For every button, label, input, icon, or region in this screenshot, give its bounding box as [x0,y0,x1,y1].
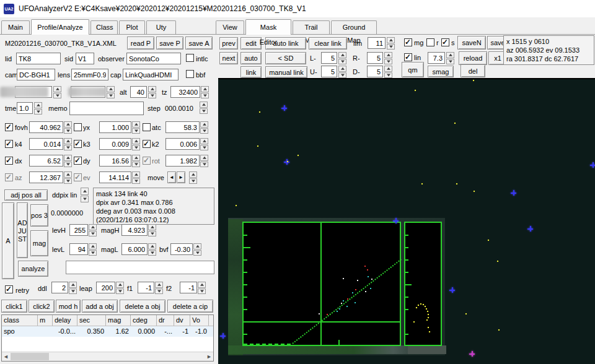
fovh-input[interactable] [29,121,63,133]
save-a-button[interactable]: save A [185,37,213,50]
sid-input[interactable] [76,53,94,64]
lim-input[interactable] [368,37,386,49]
atc-spinner[interactable] [200,121,208,134]
tab-class[interactable]: Class [90,20,118,34]
next-button[interactable]: next [219,52,238,64]
mod-h-button[interactable]: mod h [56,300,81,313]
bvf-input[interactable] [170,243,193,255]
retry-checkbox[interactable] [5,285,13,293]
magh-input[interactable] [121,224,148,236]
delete-a-cip-button[interactable]: delete a cip [167,300,213,313]
dy-input[interactable] [99,155,131,167]
clear-link-button[interactable]: clear link [309,37,347,50]
u-minus-spinner[interactable] [338,66,346,78]
fovh-checkbox[interactable] [5,123,13,131]
delete-a-obj-button[interactable]: delete a obj [120,300,165,313]
prev-button[interactable]: prev [219,37,238,50]
column-header-cdeg[interactable]: cdeg [131,315,157,326]
tab-main[interactable]: Main [1,20,30,34]
move-spinner[interactable] [189,171,197,184]
r-checkbox[interactable] [426,38,434,46]
bvf-spinner[interactable] [193,243,201,256]
dx-checkbox[interactable] [5,157,13,165]
column-header-Vo[interactable]: Vo [190,315,209,326]
f1-input[interactable] [138,282,154,293]
levl-input[interactable] [69,243,88,255]
yx-spinner[interactable] [132,121,140,134]
column-header-m[interactable]: m [38,315,53,326]
dx-spinner[interactable] [64,155,72,167]
ddl-input[interactable] [51,282,68,293]
k2-spinner[interactable] [200,138,208,150]
yx-input[interactable] [99,121,131,133]
auto-button[interactable]: auto [240,52,262,64]
tab-trail-map[interactable]: Trail Map [293,20,330,34]
smag-value-spinner[interactable] [446,52,454,64]
k3-spinner[interactable] [132,138,140,150]
scrollbar-thumb[interactable] [11,353,49,360]
ev-checkbox[interactable] [74,173,82,181]
leap-input[interactable] [96,282,115,293]
cap-input[interactable] [123,69,178,80]
mag-adjust-button[interactable]: mag [30,230,48,256]
r-minus-input[interactable] [367,52,383,64]
horizontal-scrollbar[interactable]: ◄ ► [2,352,213,361]
column-header-dr[interactable]: dr [157,315,174,326]
scroll-right-icon[interactable]: ► [206,353,213,360]
redacted-spinner-2[interactable] [107,86,115,98]
f2-input[interactable] [180,282,197,293]
levh-input[interactable] [69,224,88,236]
magl-spinner[interactable] [148,243,156,256]
tme-spinner[interactable] [34,102,42,115]
tab-profile-analyze[interactable]: Profile/Analyze [31,19,89,35]
ev-input[interactable] [99,171,131,183]
d-minus-spinner[interactable] [384,66,392,78]
yx-checkbox[interactable] [74,123,82,131]
lens-input[interactable] [71,69,108,80]
pos3-button[interactable]: pos 3 [30,204,48,227]
column-header-dv[interactable]: dv [174,315,190,326]
step-spinner[interactable] [200,102,208,114]
click1-button[interactable]: click1 [1,300,27,313]
f1-spinner[interactable] [155,282,163,294]
atc-checkbox[interactable] [143,123,151,131]
rot-checkbox[interactable] [143,157,151,165]
az-input[interactable] [29,171,63,183]
lim-spinner[interactable] [387,37,395,50]
tme-input[interactable] [17,102,33,114]
tz-spinner[interactable] [201,86,209,98]
ddl-spinner[interactable] [69,282,77,294]
redacted-spinner-1[interactable] [53,86,61,98]
observer-input[interactable] [126,53,181,64]
del-button[interactable]: del [461,64,485,77]
tab-ground-map[interactable]: Ground Map [331,20,377,34]
read-p-button[interactable]: read P [127,37,154,50]
link-button[interactable]: link [240,66,262,78]
az-spinner[interactable] [64,171,72,184]
scroll-left-icon[interactable]: ◄ [2,353,9,360]
column-header-delay[interactable]: delay [53,315,77,326]
l-minus-spinner[interactable] [338,52,346,64]
cam-input[interactable] [17,69,55,80]
magl-input[interactable] [121,243,148,255]
k3-checkbox[interactable] [74,140,82,148]
fovh-spinner[interactable] [64,121,72,134]
qm-button[interactable]: qm [402,62,424,77]
u-minus-input[interactable] [321,66,337,77]
r-minus-spinner[interactable] [384,52,392,64]
k4-input[interactable] [29,138,63,150]
saven-button[interactable]: saveN [457,36,486,50]
atc-input[interactable] [165,121,200,133]
s-checkbox[interactable] [441,38,449,46]
leap-spinner[interactable] [116,282,124,294]
table-row[interactable]: spo-0.0...0.3501.620.000-...-1-1.0 [2,326,213,337]
az-checkbox[interactable] [5,173,13,181]
manual-link-button[interactable]: manual link [265,66,307,78]
memo-input[interactable] [69,102,144,115]
d-minus-input[interactable] [367,66,383,77]
move-right-button[interactable]: ► [177,171,185,183]
add-a-obj-button[interactable]: add a obj [82,300,118,313]
alt-spinner[interactable] [148,86,156,98]
adj-pos-all-button[interactable]: adj pos all [4,189,48,201]
analyze-button[interactable]: analyze [18,261,48,277]
